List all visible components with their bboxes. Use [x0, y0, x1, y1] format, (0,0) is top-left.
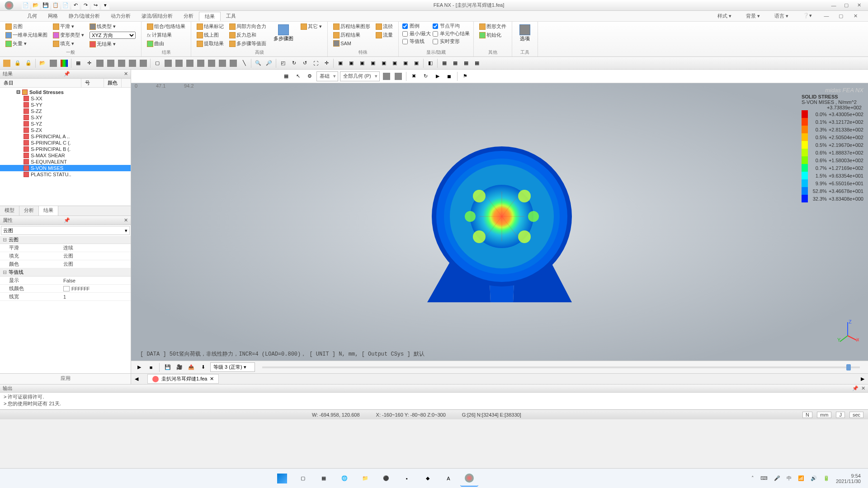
tool-15-icon[interactable]: [163, 58, 173, 68]
unit-energy[interactable]: J: [836, 412, 845, 418]
prop-section-contour[interactable]: 云图: [0, 236, 131, 244]
record-icon[interactable]: 🎥: [175, 363, 184, 372]
feanx-taskbar-icon[interactable]: [460, 470, 478, 487]
unit-force[interactable]: N: [802, 412, 812, 418]
tree-item[interactable]: S-XX: [0, 95, 131, 102]
vector-button[interactable]: 矢量 ▾: [4, 40, 49, 47]
tree-item[interactable]: S-YY: [0, 102, 131, 108]
open-icon[interactable]: 📂: [32, 1, 40, 9]
tray-wifi-icon[interactable]: 📶: [798, 475, 804, 481]
more-icon[interactable]: ▾: [101, 1, 109, 9]
play-icon[interactable]: ▶: [135, 363, 144, 372]
tool-21-icon[interactable]: [228, 58, 238, 68]
menu-background[interactable]: 背景 ▾: [741, 12, 765, 20]
no-result-button[interactable]: 无结果 ▾: [88, 40, 137, 48]
pin-icon[interactable]: 📌: [64, 71, 70, 77]
view-persp-icon[interactable]: ▣: [411, 58, 421, 68]
grid-icon[interactable]: ▦: [73, 58, 83, 68]
taskview-icon[interactable]: ▢: [294, 470, 312, 487]
render-2-icon[interactable]: ▦: [450, 58, 460, 68]
view-top-icon[interactable]: ▣: [346, 58, 356, 68]
output-pin-icon[interactable]: 📌: [852, 385, 859, 391]
time-result-button[interactable]: 历程结果: [331, 31, 372, 39]
redo-icon[interactable]: ↷: [81, 1, 90, 9]
stop-icon[interactable]: ■: [146, 363, 156, 372]
extract-button[interactable]: 提取结果: [195, 40, 226, 47]
tab-model[interactable]: 模型: [0, 206, 19, 216]
line-plot-button[interactable]: 线上图: [195, 31, 226, 39]
tool-9-icon[interactable]: [95, 58, 105, 68]
zoom-in-icon[interactable]: 🔍: [253, 58, 263, 68]
folder-icon[interactable]: 📂: [38, 58, 47, 68]
menu-tools[interactable]: 工具: [221, 12, 241, 20]
menu-mesh[interactable]: 网格: [42, 12, 63, 20]
view-iso-icon[interactable]: ▣: [368, 58, 378, 68]
calc-button[interactable]: fx计算结果: [145, 31, 187, 39]
save-icon[interactable]: 💾: [42, 1, 50, 9]
app-icon[interactable]: ◆: [419, 470, 437, 487]
vp-filter-select[interactable]: 全部几何 (P): [340, 71, 380, 81]
vp-select-icon[interactable]: ▦: [281, 71, 291, 81]
property-row[interactable]: 填充云图: [0, 252, 131, 260]
property-row[interactable]: 线颜色FFFFFF: [0, 285, 131, 293]
menu-analysis[interactable]: 分析: [178, 12, 199, 20]
obs-icon[interactable]: ⚫: [377, 470, 395, 487]
multi-iso-button[interactable]: 多步骤等值面: [227, 40, 268, 47]
render-1-icon[interactable]: ▦: [439, 58, 449, 68]
tree-item[interactable]: S-XY: [0, 114, 131, 121]
apply-button[interactable]: 应用: [0, 373, 131, 384]
explorer-icon[interactable]: 📁: [356, 470, 374, 487]
tray-volume-icon[interactable]: 🔊: [811, 475, 817, 481]
tree-item[interactable]: S-PRINCIPAL C (.: [0, 140, 131, 146]
vp-mode-select[interactable]: 基础: [316, 71, 338, 81]
combine-button[interactable]: 组合/包络结果: [145, 23, 187, 30]
vp-x-icon[interactable]: ✖: [409, 71, 419, 81]
local-force-button[interactable]: 局部方向合力: [227, 23, 268, 30]
iso-checkbox[interactable]: 等值线: [402, 38, 431, 45]
react-sum-button[interactable]: 反力总和: [227, 31, 268, 39]
zoom-out-icon[interactable]: 🔎: [264, 58, 274, 68]
view-bottom-icon[interactable]: ▣: [390, 58, 400, 68]
tool-13-icon[interactable]: [138, 58, 148, 68]
menu-dynamic[interactable]: 动力分析: [105, 12, 136, 20]
minmax-checkbox[interactable]: 最小/最大: [402, 30, 431, 37]
paste-icon[interactable]: 📄: [61, 1, 70, 9]
tab-result[interactable]: 结果: [39, 206, 58, 216]
legend-checkbox[interactable]: 图例: [402, 23, 431, 29]
new-icon[interactable]: 📄: [22, 1, 30, 9]
elem-center-checkbox[interactable]: 单元中心结果: [433, 30, 470, 37]
direction-select[interactable]: XYZ 方向: [88, 31, 137, 39]
tree-item[interactable]: S-ZX: [0, 127, 131, 133]
view-side-icon[interactable]: ▣: [357, 58, 367, 68]
redo2-icon[interactable]: ↪: [91, 1, 99, 9]
tab-nav-right-icon[interactable]: ▶: [861, 376, 864, 382]
tab-analysis[interactable]: 分析: [19, 206, 39, 216]
image-button[interactable]: 图形文件: [477, 23, 508, 30]
smooth-button[interactable]: 平滑 ▾: [51, 23, 86, 30]
vp-tool1-icon[interactable]: [382, 71, 392, 81]
menu-static[interactable]: 静力/边坡分析: [63, 12, 105, 20]
tray-battery-icon[interactable]: 🔋: [823, 475, 830, 481]
property-row[interactable]: 颜色云图: [0, 260, 131, 268]
tray-mic-icon[interactable]: 🎤: [774, 475, 780, 481]
real-deform-checkbox[interactable]: 实时变形: [433, 38, 470, 45]
output-close-icon[interactable]: ✕: [861, 385, 865, 391]
autocad-icon[interactable]: A: [439, 470, 458, 487]
sam-button[interactable]: SAM: [331, 40, 372, 47]
tool-17-icon[interactable]: [185, 58, 195, 68]
vp-stop-icon[interactable]: ⏹: [444, 71, 454, 81]
view-back-icon[interactable]: ▣: [379, 58, 389, 68]
vp-refresh-icon[interactable]: ↻: [421, 71, 431, 81]
tray-keyboard-icon[interactable]: ⌨: [760, 475, 768, 481]
vp-pointer-icon[interactable]: ↖: [293, 71, 303, 81]
history-button[interactable]: 历程结果图形: [331, 23, 372, 30]
tray-chevron-icon[interactable]: ˄: [751, 475, 754, 481]
doc-close-icon[interactable]: ✕: [210, 376, 214, 382]
lock-icon[interactable]: 🔒: [13, 58, 23, 68]
options-button[interactable]: 选项: [516, 23, 534, 44]
unlock-icon[interactable]: 🔓: [24, 58, 33, 68]
deform-button[interactable]: 变形类型 ▾: [51, 31, 86, 39]
tree-item[interactable]: PLASTIC STATU..: [0, 171, 131, 178]
property-row[interactable]: 平滑连续: [0, 244, 131, 252]
color-icon[interactable]: [59, 58, 69, 68]
